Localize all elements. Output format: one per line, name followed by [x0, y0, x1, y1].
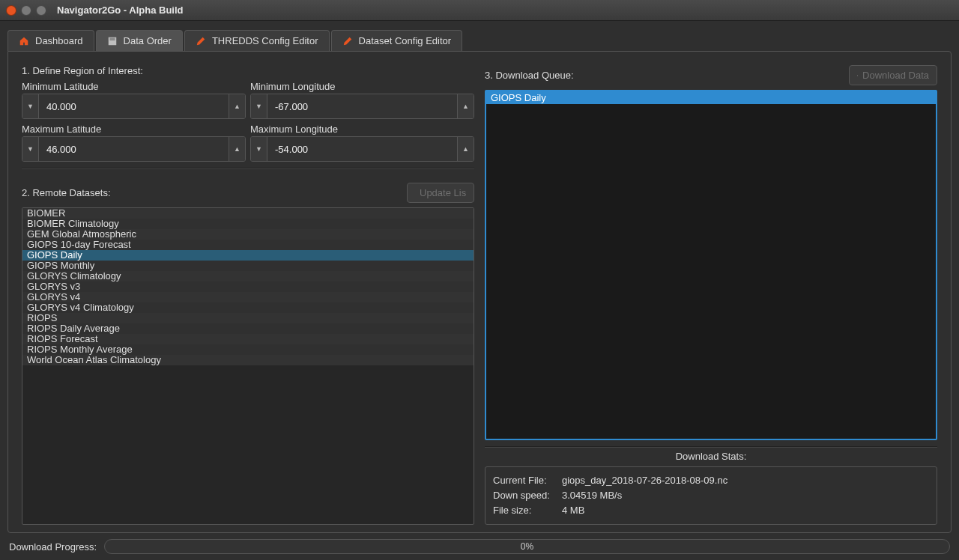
pencil-icon [196, 36, 206, 46]
min-lon-label: Minimum Longitude [250, 81, 474, 92]
list-item[interactable]: GIOPS Monthly [22, 261, 474, 271]
download-queue-list[interactable]: GIOPS Daily [485, 90, 937, 440]
down-speed-value: 3.04519 MB/s [562, 488, 622, 503]
download-progress-bar: 0% [104, 539, 950, 554]
spin-up-icon[interactable]: ▲ [457, 137, 474, 161]
down-speed-label: Down speed: [493, 488, 553, 503]
stats-box: Current File: giops_day_2018-07-26-2018-… [485, 466, 937, 525]
file-size-label: File size: [493, 503, 553, 518]
tab-thredds[interactable]: THREDDS Config Editor [184, 30, 330, 51]
download-data-button: Download Data [849, 65, 937, 85]
tab-dashboard-label: Dashboard [35, 35, 83, 46]
min-lat-value: 40.000 [39, 94, 229, 118]
window-maximize-button[interactable] [36, 5, 46, 16]
spin-up-icon[interactable]: ▲ [457, 94, 474, 118]
region-heading: 1. Define Region of Interest: [22, 65, 474, 76]
min-lat-label: Minimum Latitude [22, 81, 246, 92]
disk-icon [107, 36, 118, 46]
max-lat-input[interactable]: ▼ 46.000 ▲ [22, 136, 246, 162]
tab-dataset-label: Dataset Config Editor [359, 35, 452, 46]
list-item[interactable]: GLORYS Climatology [22, 271, 474, 281]
tab-bar: Dashboard Data Order THREDDS Config Edit… [7, 30, 952, 51]
min-lon-input[interactable]: ▼ -67.000 ▲ [250, 94, 474, 119]
spin-down-icon[interactable]: ▼ [22, 94, 39, 118]
list-item[interactable]: GLORYS v3 [22, 281, 474, 292]
remote-heading: 2. Remote Datasets: [22, 187, 111, 198]
max-lat-value: 46.000 [39, 137, 229, 161]
divider [22, 168, 474, 169]
spin-down-icon[interactable]: ▼ [251, 137, 267, 161]
window-minimize-button[interactable] [21, 5, 31, 16]
tab-dashboard[interactable]: Dashboard [7, 30, 94, 51]
tab-thredds-label: THREDDS Config Editor [212, 35, 318, 46]
list-item[interactable]: GIOPS 10-day Forecast [22, 240, 474, 250]
tab-data-order-label: Data Order [124, 35, 172, 46]
list-item[interactable]: GLORYS v4 Climatology [22, 302, 474, 313]
divider [485, 446, 937, 448]
list-item[interactable]: GIOPS Daily [22, 250, 474, 261]
list-item[interactable]: BIOMER Climatology [22, 219, 474, 229]
list-item[interactable]: RIOPS Monthly Average [22, 344, 474, 355]
download-progress-label: Download Progress: [9, 541, 97, 553]
min-lon-value: -67.000 [267, 94, 457, 118]
download-data-label: Download Data [862, 70, 929, 81]
current-file-value: giops_day_2018-07-26-2018-08-09.nc [562, 473, 727, 488]
list-item[interactable]: RIOPS Forecast [22, 334, 474, 344]
update-list-button: Update Lis [407, 183, 474, 203]
queue-heading: 3. Download Queue: [485, 70, 574, 81]
tab-data-order[interactable]: Data Order [96, 30, 183, 51]
min-lat-input[interactable]: ▼ 40.000 ▲ [22, 94, 246, 119]
spin-down-icon[interactable]: ▼ [251, 94, 267, 118]
file-size-value: 4 MB [562, 503, 584, 518]
update-list-label: Update Lis [420, 187, 466, 198]
list-item[interactable]: GLORYS v4 [22, 292, 474, 302]
spin-up-icon[interactable]: ▲ [229, 94, 245, 118]
list-item[interactable]: GEM Global Atmospheric [22, 229, 474, 240]
remote-datasets-list[interactable]: BIOMERBIOMER ClimatologyGEM Global Atmos… [22, 207, 474, 525]
list-item[interactable]: RIOPS Daily Average [22, 323, 474, 334]
tab-dataset[interactable]: Dataset Config Editor [331, 30, 463, 51]
list-item[interactable]: BIOMER [22, 208, 474, 219]
spin-up-icon[interactable]: ▲ [229, 137, 245, 161]
cloud-download-icon [857, 70, 858, 81]
spin-down-icon[interactable]: ▼ [22, 137, 39, 161]
list-item[interactable]: World Ocean Atlas Climatology [22, 355, 474, 365]
list-item[interactable]: RIOPS [22, 313, 474, 323]
window-titlebar: Navigator2Go - Alpha Build [0, 0, 959, 21]
max-lon-value: -54.000 [267, 137, 457, 161]
max-lon-label: Maximum Longitude [250, 124, 474, 135]
home-icon [19, 36, 29, 46]
queue-item[interactable]: GIOPS Daily [486, 91, 936, 104]
pencil-icon [342, 36, 353, 46]
current-file-label: Current File: [493, 473, 553, 488]
max-lat-label: Maximum Latitude [22, 124, 246, 135]
window-title: Navigator2Go - Alpha Build [57, 4, 184, 16]
stats-heading: Download Stats: [485, 451, 937, 462]
svg-rect-1 [109, 37, 115, 40]
window-close-button[interactable] [6, 5, 16, 16]
download-progress-percent: 0% [521, 541, 533, 552]
max-lon-input[interactable]: ▼ -54.000 ▲ [250, 136, 474, 162]
